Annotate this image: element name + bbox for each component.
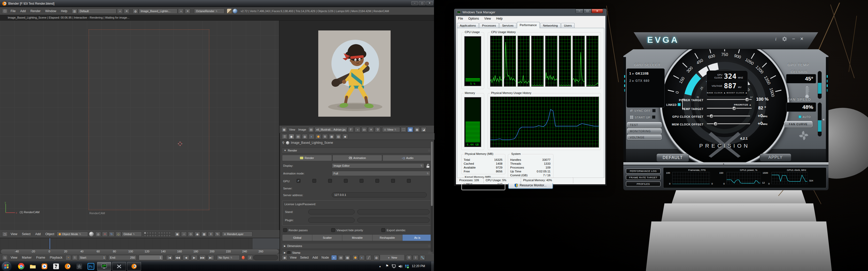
minimize-button[interactable]: – <box>411 1 418 5</box>
3dsmax-icon[interactable] <box>76 263 83 270</box>
tab-constraints-icon[interactable]: ⧉ <box>322 134 328 139</box>
menu-view[interactable]: View <box>8 232 20 236</box>
blender-pinned-icon[interactable] <box>64 263 71 270</box>
gpu-list-item-1[interactable]: 1 ▸ GK110B <box>627 69 664 75</box>
show-desktop-button[interactable] <box>432 262 434 271</box>
lock-camera-icon[interactable]: ▣ <box>175 232 180 237</box>
temp-target-slider[interactable] <box>707 108 752 109</box>
timeline-canvas[interactable] <box>0 238 280 249</box>
taskbar-blender-button[interactable] <box>127 262 141 271</box>
menu-frame[interactable]: Frame <box>34 256 48 259</box>
menu-options[interactable]: Options <box>466 16 481 21</box>
fan-auto-row[interactable]: AUTO <box>799 115 811 118</box>
render-passes-checkbox[interactable] <box>283 228 287 232</box>
editor-type-icon[interactable]: ⓘ <box>2 8 8 14</box>
explorer-folder-icon[interactable] <box>29 263 36 270</box>
play-reverse-button[interactable]: ◀ <box>183 255 189 260</box>
editor-type-3dview-icon[interactable]: ◳ <box>2 232 8 237</box>
mem-clock-offset-knob[interactable] <box>714 122 718 126</box>
tab-world-icon[interactable]: ◐ <box>309 134 314 139</box>
server-address-field[interactable]: 127.0.0.1 <box>332 192 427 197</box>
render-animation-button[interactable]: Animation <box>333 155 382 161</box>
add-scene-button[interactable]: ＋ <box>178 8 184 14</box>
draw-mode-color-icon[interactable]: ▨ <box>407 127 413 132</box>
material-datablock-icon[interactable]: ◍ <box>374 255 379 260</box>
pivot-point-selector[interactable]: ◎ <box>95 232 101 237</box>
startup-checkbox[interactable] <box>652 115 655 119</box>
start-button[interactable] <box>2 262 11 271</box>
fan-level-bar[interactable] <box>817 102 822 137</box>
pin-icon[interactable]: ⚲ <box>282 141 284 144</box>
sync-toggle-row[interactable]: ⇄ SYNC OFF <box>630 109 656 112</box>
sync-mode-selector[interactable]: No Sync⇅ <box>217 255 240 260</box>
snap-magnet-icon[interactable]: ∩ <box>181 232 187 237</box>
keying-set-icon[interactable]: ⚷ <box>247 255 253 260</box>
current-frame-field[interactable]: 1 <box>139 255 163 260</box>
image-name-field[interactable]: eli_Illustrati... Adrian.jpg <box>314 127 347 132</box>
settings-gear-icon[interactable] <box>782 36 787 41</box>
new-material-button[interactable]: ＋New <box>380 255 405 261</box>
action-center-flag-icon[interactable]: ⚑ <box>385 264 389 268</box>
scrollbar-thumb[interactable] <box>431 141 433 206</box>
power-target-slider[interactable] <box>707 99 752 100</box>
segment-as-is-active[interactable]: As is <box>402 235 432 241</box>
unlink-image-button[interactable]: ✕ <box>368 127 374 132</box>
render-opengl-icon[interactable]: ◉ <box>194 232 200 237</box>
pause-icon[interactable]: ‖ <box>208 232 214 237</box>
maximize-button[interactable]: ▢ <box>419 1 426 5</box>
segment-movable[interactable]: Movable <box>342 235 372 241</box>
parent-node-tree-icon[interactable]: ⇧ <box>413 255 418 260</box>
volume-icon[interactable] <box>398 264 403 269</box>
viewport-3d[interactable]: RenderCAM (1) RenderCAM x y <box>0 21 280 230</box>
tray-expand-icon[interactable]: ▲ <box>379 265 381 268</box>
voltage-button[interactable]: VOLTAGE <box>627 134 661 140</box>
auto-checkbox-checked[interactable] <box>799 115 801 118</box>
render-engine-selector[interactable]: OctaneRender⇅ <box>194 8 224 14</box>
gpu-list-item-2[interactable]: 2 ▸ GTX 680 <box>627 75 664 82</box>
menu-playback[interactable]: Playback <box>48 256 65 259</box>
menu-add[interactable]: Add <box>311 256 319 259</box>
display-dropdown[interactable]: Image Editor⇅ <box>332 163 424 168</box>
menu-add[interactable]: Add <box>33 232 43 236</box>
menu-help[interactable]: Help <box>59 9 70 13</box>
gpu-device-checkbox[interactable] <box>328 179 332 183</box>
menu-image[interactable]: Image <box>297 128 308 131</box>
gpu-device-checkbox[interactable]: ✓ <box>297 179 301 183</box>
tab-scene-icon[interactable]: ◍ <box>302 134 308 139</box>
menu-render[interactable]: Render <box>28 9 43 13</box>
render-animation-icon[interactable]: ▦ <box>201 232 207 237</box>
manipulator-scale-icon[interactable]: ◇ <box>116 232 121 237</box>
performance-log-button[interactable]: PERFORMANCE LOG <box>626 169 660 173</box>
gpu-clock-offset-knob[interactable] <box>709 114 714 118</box>
close-button[interactable]: ✕ <box>592 9 603 13</box>
gpu-device-checkbox[interactable] <box>407 179 411 183</box>
gpu-clock-offset-slider[interactable] <box>707 115 750 117</box>
media-player-icon[interactable] <box>41 263 48 270</box>
editor-type-properties-icon[interactable]: ☰ <box>282 134 287 139</box>
test-button[interactable]: TEST <box>627 122 661 128</box>
export-alembic-checkbox[interactable] <box>381 228 385 232</box>
shader-nodes-icon[interactable]: ◐ <box>331 255 337 260</box>
segment-reshapable[interactable]: Reshapable <box>373 235 402 241</box>
editor-type-node-icon[interactable]: ◉ <box>282 255 287 260</box>
temp-target-knob[interactable] <box>732 106 736 110</box>
profiles-button[interactable]: PROFILES <box>626 181 660 187</box>
sync-checkbox[interactable] <box>652 109 656 112</box>
add-layout-button[interactable]: ＋ <box>117 8 123 14</box>
frame-rate-target-button[interactable]: FRAME RATE TARGET <box>626 175 660 180</box>
timeline-editor[interactable]: -40-200204060801001201401601802002202402… <box>0 238 280 254</box>
plugin-login-field[interactable] <box>308 217 355 223</box>
default-button[interactable]: DEFAULT <box>656 154 689 162</box>
gpu-device-checkbox[interactable] <box>344 179 348 183</box>
render-audio-button[interactable]: ◁)Audio <box>382 155 432 161</box>
gpu-device-checkbox[interactable] <box>391 179 395 183</box>
taskbar-precision-x-button[interactable] <box>112 262 126 271</box>
world-icon[interactable]: ◐ <box>359 255 365 260</box>
apply-button[interactable]: APPLY <box>760 154 791 161</box>
screen-layout-selector[interactable]: Default <box>78 8 117 14</box>
tab-services[interactable]: Services <box>499 23 517 28</box>
refresh-icon[interactable]: ↻ <box>215 232 220 237</box>
menu-node[interactable]: Node <box>320 256 331 259</box>
record-button[interactable] <box>242 256 245 259</box>
play-button[interactable]: ▶ <box>191 255 197 260</box>
